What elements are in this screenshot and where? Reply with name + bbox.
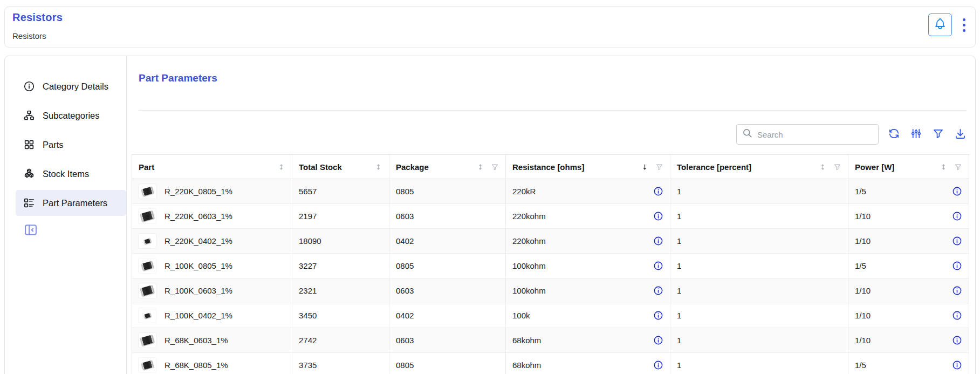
notifications-button[interactable] (928, 13, 952, 36)
info-icon[interactable] (952, 211, 962, 221)
sidebar-item-part-parameters[interactable]: Part Parameters (16, 190, 126, 216)
sitemap-icon (23, 110, 35, 121)
download-icon (954, 127, 967, 142)
sort-icon[interactable] (476, 163, 484, 171)
sort-icon[interactable] (940, 163, 948, 171)
sidebar-item-label: Part Parameters (43, 198, 107, 208)
tolerance-cell: 1 (670, 303, 848, 328)
tolerance-value: 1 (677, 336, 681, 345)
total_stock-value: 18090 (299, 236, 321, 246)
sort-desc-icon[interactable] (641, 163, 649, 171)
table-row[interactable]: R_68K_0805_1%3735080568kohm11/5 (132, 353, 969, 374)
package-value: 0402 (396, 236, 414, 246)
power-cell: 1/10 (848, 204, 969, 229)
main-panel: Part Parameters PartTotal StockPackageRe… (127, 56, 975, 374)
sidebar-item-category-details[interactable]: Category Details (16, 73, 126, 99)
info-icon[interactable] (653, 360, 663, 370)
tolerance-value: 1 (677, 261, 681, 270)
info-icon[interactable] (952, 360, 962, 370)
part-thumbnail (139, 283, 156, 298)
download-data-button[interactable] (954, 128, 967, 141)
table-row[interactable]: R_100K_0805_1%32270805100kohm11/5 (132, 254, 969, 278)
tolerance-cell: 1 (670, 229, 848, 254)
table-row[interactable]: R_100K_0603_1%23210603100kohm11/10 (132, 278, 969, 303)
table-options-button[interactable] (909, 128, 922, 141)
resistance-cell: 100kohm (506, 254, 670, 278)
part-cell: R_68K_0603_1% (132, 328, 292, 353)
part-name: R_100K_0402_1% (165, 311, 232, 320)
sort-icon[interactable] (277, 163, 285, 171)
info-icon[interactable] (952, 335, 962, 345)
table-row[interactable]: R_68K_0603_1%2742060368kohm11/10 (132, 328, 969, 353)
sidebar-item-parts[interactable]: Parts (16, 132, 126, 158)
package-value: 0805 (396, 187, 414, 196)
info-icon[interactable] (952, 310, 962, 321)
info-icon[interactable] (653, 310, 663, 321)
sidebar-item-subcategories[interactable]: Subcategories (16, 103, 126, 128)
part-thumbnail (139, 209, 156, 223)
package-value: 0603 (396, 286, 414, 295)
part-name: R_220K_0603_1% (165, 212, 232, 221)
sort-icon[interactable] (819, 163, 827, 171)
info-icon[interactable] (952, 186, 962, 196)
column-header-total-stock[interactable]: Total Stock (292, 155, 389, 179)
power-value: 1/10 (855, 236, 871, 246)
part-thumbnail (139, 234, 156, 248)
resistance-cell: 100k (506, 303, 670, 328)
power-value: 1/10 (855, 311, 871, 320)
info-icon[interactable] (952, 261, 962, 271)
resistance-value: 100kohm (512, 286, 546, 295)
filter-column-icon[interactable] (954, 163, 962, 171)
part-cell: R_220K_0805_1% (132, 179, 292, 204)
column-header-power-w[interactable]: Power [W] (848, 155, 969, 179)
column-header-resistance-ohms[interactable]: Resistance [ohms] (506, 155, 670, 179)
power-cell: 1/5 (848, 179, 969, 204)
bell-icon (934, 17, 947, 32)
sidebar-collapse-icon[interactable] (23, 222, 38, 237)
part-name: R_68K_0603_1% (165, 336, 228, 345)
part-name: R_100K_0805_1% (165, 261, 232, 270)
table-row[interactable]: R_220K_0603_1%21970603220kohm11/10 (132, 204, 969, 229)
column-header-tolerance-percent[interactable]: Tolerance [percent] (670, 155, 848, 179)
refresh-button[interactable] (887, 128, 900, 141)
table-row[interactable]: R_220K_0402_1%180900402220kohm11/10 (132, 229, 969, 254)
info-icon[interactable] (653, 335, 663, 345)
column-header-package[interactable]: Package (389, 155, 506, 179)
column-label: Resistance [ohms] (512, 162, 584, 172)
filter-column-icon[interactable] (833, 163, 841, 171)
part-cell: R_100K_0402_1% (132, 303, 292, 328)
tolerance-cell: 1 (670, 204, 848, 229)
total_stock-value: 3450 (299, 311, 317, 320)
list-details-icon (23, 197, 35, 209)
power-cell: 1/5 (848, 353, 969, 374)
table-row[interactable]: R_220K_0805_1%56570805220kR11/5 (132, 179, 969, 204)
search-box (736, 124, 879, 145)
info-icon[interactable] (653, 261, 663, 271)
sort-icon[interactable] (374, 163, 382, 171)
sidebar-item-stock-items[interactable]: Stock Items (16, 161, 126, 187)
total_stock-cell: 18090 (292, 229, 389, 254)
filter-column-icon[interactable] (655, 163, 663, 171)
total_stock-cell: 2742 (292, 328, 389, 353)
power-value: 1/10 (855, 336, 871, 345)
package-cell: 0402 (389, 229, 506, 254)
more-options-icon[interactable] (960, 16, 969, 34)
info-icon[interactable] (653, 236, 663, 246)
info-icon[interactable] (653, 285, 663, 296)
filter-column-icon[interactable] (491, 163, 499, 171)
info-icon[interactable] (653, 211, 663, 221)
panel-title: Part Parameters (139, 72, 967, 84)
package-cell: 0402 (389, 303, 506, 328)
info-icon[interactable] (952, 236, 962, 246)
filters-button[interactable] (931, 128, 944, 141)
resistor-chip-image (140, 335, 154, 346)
breadcrumb[interactable]: Resistors (12, 31, 968, 40)
header-actions (928, 13, 969, 36)
search-input[interactable] (757, 130, 873, 139)
total_stock-value: 3227 (299, 261, 317, 270)
info-icon[interactable] (653, 186, 663, 196)
info-icon[interactable] (952, 285, 962, 296)
resistance-cell: 220kohm (506, 204, 670, 229)
column-header-part[interactable]: Part (132, 155, 292, 179)
table-row[interactable]: R_100K_0402_1%34500402100k11/10 (132, 303, 969, 328)
